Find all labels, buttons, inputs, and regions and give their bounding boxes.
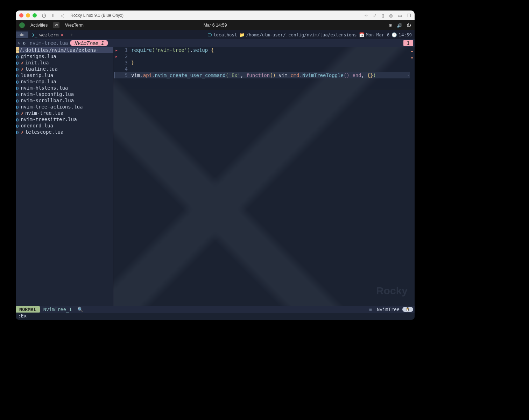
vm-window: ⏻ ⏸ ◁ Rocky Linux 9.1 (Blue Onyx) ✧ ⤢ ▯ …: [16, 10, 415, 320]
app-name[interactable]: WezTerm: [65, 23, 84, 28]
tree-file-name: nvim-hlslens.lua: [21, 85, 68, 91]
tree-file-name: onenord.lua: [21, 122, 53, 129]
gnome-clock[interactable]: Mar 6 14:59: [204, 23, 227, 28]
tree-file-name: lualine.lua: [25, 66, 58, 72]
window-title: Rocky Linux 9.1 (Blue Onyx): [70, 13, 124, 18]
modified-icon: ✗: [21, 59, 23, 66]
diff-mark-icon: ▬: [410, 55, 415, 61]
tree-root-path: /.dotfiles/nvim/lua/extens: [19, 47, 96, 53]
tree-file[interactable]: ◐✗nvim-tree.lua: [16, 110, 113, 116]
back-icon[interactable]: ◁: [61, 13, 64, 18]
pause-icon[interactable]: ⏸: [51, 13, 56, 18]
diff-mark-icon: ▬: [410, 48, 415, 55]
line-number: 5: [119, 72, 131, 78]
tree-root[interactable]: ~/.dotfiles/nvim/lua/extens·: [16, 47, 113, 53]
host-icon: 🖵: [207, 32, 212, 37]
active-buffer-pill[interactable]: NvimTree_1: [70, 40, 108, 46]
disc-icon[interactable]: ◎: [389, 13, 393, 18]
trailing-whitespace-icon: ·: [401, 72, 410, 78]
tree-file-name: nvim-lspconfig.lua: [21, 91, 74, 97]
statusline-filename: NvimTree_1: [40, 307, 75, 312]
code-line[interactable]: 4: [114, 66, 410, 72]
code-line[interactable]: 5vim.api.nvim_create_user_command('Ex', …: [114, 72, 410, 78]
tree-file[interactable]: ◐✗init.lua: [16, 59, 113, 66]
statusline: NORMAL NvimTree_1 🔍 ≡ NvimTree 🐧: [16, 306, 415, 313]
os-icon: 🐧: [402, 307, 413, 312]
lua-file-icon: ◐: [16, 72, 19, 78]
minimize-icon[interactable]: [26, 13, 30, 18]
lua-file-icon: ◐: [16, 97, 19, 104]
modified-icon: ✗: [21, 129, 23, 135]
line-number: 2: [119, 53, 131, 59]
lua-file-icon: ◐: [16, 78, 19, 85]
activities-button[interactable]: Activities: [30, 23, 48, 28]
folder-icon[interactable]: ▭: [398, 13, 402, 18]
command-line[interactable]: :Ex: [16, 313, 415, 320]
buffer-sync-icon[interactable]: ⇆ ◐: [16, 41, 28, 46]
tree-file[interactable]: ◐onenord.lua: [16, 122, 113, 129]
lua-file-icon: ◐: [16, 85, 19, 91]
stack-icon[interactable]: ❐: [407, 13, 411, 18]
tree-file[interactable]: ◐nvim-tree-actions.lua: [16, 104, 113, 110]
tree-file[interactable]: ◐gitsigns.lua: [16, 53, 113, 59]
tree-file-name: nvim-treesitter.lua: [21, 116, 77, 122]
traffic-lights: [19, 13, 37, 18]
code-line[interactable]: ▸2: [114, 53, 410, 59]
file-tree[interactable]: ~/.dotfiles/nvim/lua/extens· ◐gitsigns.l…: [16, 47, 113, 306]
gutter-sign: [114, 59, 119, 66]
tree-file[interactable]: ◐luasnip.lua: [16, 72, 113, 78]
mac-titlebar: ⏻ ⏸ ◁ Rocky Linux 9.1 (Blue Onyx) ✧ ⤢ ▯ …: [16, 10, 415, 20]
new-tab-button[interactable]: +: [67, 32, 77, 37]
lua-file-icon: ◐: [16, 116, 19, 122]
code-editor[interactable]: ▸1require('nvim-tree').setup {▸2 3} 4 5v…: [114, 47, 415, 306]
host-label: localhost: [213, 32, 237, 37]
root-tilde-icon: ~: [16, 47, 19, 53]
tree-file-name: nvim-cmp.lua: [21, 78, 56, 85]
volume-icon[interactable]: 🔊: [397, 23, 402, 28]
buffer-filename[interactable]: nvim-tree.lua: [28, 40, 70, 46]
activities-icon[interactable]: [19, 22, 25, 28]
network-icon[interactable]: ⊞: [389, 23, 393, 28]
clock-icon: 🕒: [392, 32, 397, 37]
power-menu-icon[interactable]: ⏻: [407, 23, 411, 28]
code-line[interactable]: 3}: [114, 59, 410, 66]
zoom-icon[interactable]: [33, 13, 37, 18]
code-content: [131, 66, 410, 72]
wezterm-tab-bar: abc ❯_ wezterm × + 🖵localhost 📁/home/utm…: [16, 30, 415, 39]
line-number: 1: [119, 47, 131, 53]
tree-file[interactable]: ◐✗telescope.lua: [16, 129, 113, 135]
tree-file[interactable]: ◐nvim-lspconfig.lua: [16, 91, 113, 97]
code-line[interactable]: ▸1require('nvim-tree').setup {: [114, 47, 410, 53]
search-icon[interactable]: 🔍: [75, 307, 85, 312]
folder-path-icon: 📁: [239, 32, 245, 37]
lua-file-icon: ◐: [16, 104, 19, 110]
terminal-tab[interactable]: ❯_ wezterm ×: [28, 32, 67, 37]
code-content: }: [131, 59, 410, 66]
tree-file-name: nvim-scrollbar.lua: [21, 97, 74, 104]
tree-file[interactable]: ◐nvim-cmp.lua: [16, 78, 113, 85]
line-number: 4: [119, 66, 131, 72]
expand-icon[interactable]: ⤢: [373, 13, 377, 18]
lua-file-icon: ◐: [16, 122, 19, 129]
tree-file-name: gitsigns.lua: [21, 53, 56, 59]
buffer-count-badge: 1: [403, 40, 413, 46]
align-icon: ≡: [367, 307, 374, 312]
tab-close-icon[interactable]: ×: [61, 32, 63, 37]
cwd-label: /home/utm-user/.config/nvim/lua/extensio…: [246, 32, 357, 37]
usb-icon[interactable]: ▯: [382, 13, 384, 18]
cursor-line-indicator: [114, 72, 115, 78]
tree-file[interactable]: ◐✗lualine.lua: [16, 66, 113, 72]
sparkle-icon[interactable]: ✧: [364, 13, 368, 18]
tree-file[interactable]: ◐nvim-treesitter.lua: [16, 116, 113, 122]
tree-file[interactable]: ◐nvim-scrollbar.lua: [16, 97, 113, 104]
close-icon[interactable]: [19, 13, 23, 18]
bufferline: ⇆ ◐ nvim-tree.lua NvimTree_1 1: [16, 39, 415, 47]
tree-file[interactable]: ◐nvim-hlslens.lua: [16, 85, 113, 91]
scrollbar-marks: ▬ ▬: [410, 47, 415, 306]
code-content: [131, 53, 410, 59]
tree-file-name: init.lua: [25, 59, 49, 66]
code-content: vim.api.nvim_create_user_command('Ex', f…: [131, 72, 401, 78]
lua-file-icon: ◐: [16, 59, 19, 66]
code-content: require('nvim-tree').setup {: [131, 47, 410, 53]
power-icon[interactable]: ⏻: [42, 13, 46, 18]
